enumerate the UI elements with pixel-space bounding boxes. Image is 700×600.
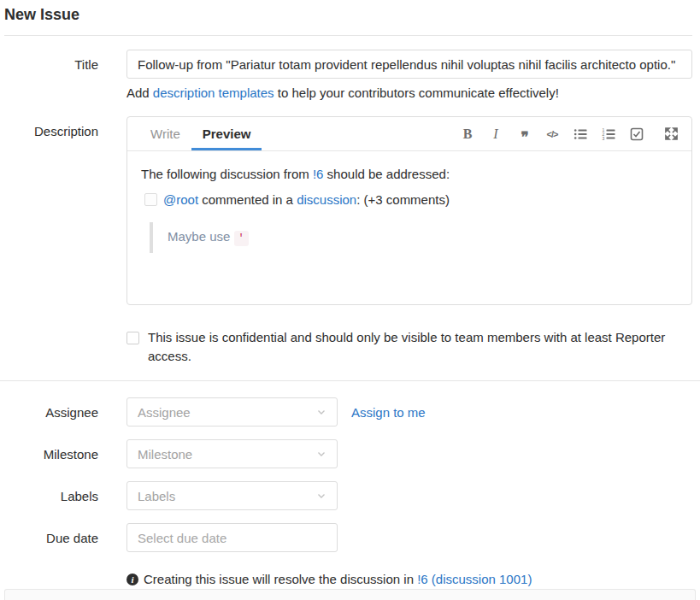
markdown-editor-header: Write Preview B I ❞ </> 123: [127, 117, 691, 151]
help-post: to help your contributors communicate ef…: [274, 85, 559, 100]
resolve-discussion-link[interactable]: !6 (discussion 1001): [417, 572, 532, 586]
markdown-preview-pane: The following discussion from !6 should …: [127, 151, 691, 253]
confidential-checkbox[interactable]: [126, 332, 139, 344]
chevron-down-icon: [316, 491, 326, 501]
issue-title-input[interactable]: [126, 50, 692, 79]
numbered-list-icon[interactable]: 123: [601, 126, 616, 142]
header-divider: [4, 35, 692, 36]
assignee-dropdown-value: Assignee: [138, 405, 191, 420]
title-help-text: Add description templates to help your c…: [126, 85, 692, 102]
issue-metadata: Assignee Assignee Assign to me Milestone…: [4, 397, 692, 588]
due-date-row: Due date: [4, 523, 692, 552]
milestone-dropdown-value: Milestone: [138, 447, 192, 462]
info-icon: i: [126, 574, 138, 585]
title-row: Title Add description templates to help …: [4, 50, 692, 102]
due-date-input[interactable]: [126, 523, 338, 552]
footer-bar: [4, 589, 696, 600]
bullet-list-icon[interactable]: [573, 126, 588, 142]
preview-line-1: The following discussion from !6 should …: [141, 165, 678, 184]
task-text: @root commented in a discussion: (+3 com…: [163, 191, 450, 209]
milestone-row: Milestone Milestone: [4, 439, 692, 468]
task-post: : (+3 comments): [356, 192, 450, 207]
labels-label: Labels: [4, 481, 98, 504]
task-mid: commented in a: [198, 192, 297, 207]
merge-request-link[interactable]: !6: [313, 167, 324, 181]
confidential-label[interactable]: This issue is confidential and should on…: [126, 328, 692, 366]
inline-code: ': [234, 231, 249, 246]
confidential-row: This issue is confidential and should on…: [4, 328, 692, 366]
line1-pre: The following discussion from: [141, 167, 313, 181]
chevron-down-icon: [316, 407, 326, 417]
discussion-link[interactable]: discussion: [297, 192, 356, 207]
line1-post: should be addressed:: [323, 167, 450, 181]
labels-row: Labels Labels: [4, 481, 692, 510]
description-label: Description: [4, 116, 98, 139]
editor-tabs: Write Preview: [139, 117, 262, 150]
quoted-discussion: Maybe use ': [150, 222, 678, 253]
tab-preview[interactable]: Preview: [191, 117, 262, 150]
page-title: New Issue: [4, 0, 692, 25]
bold-icon[interactable]: B: [460, 126, 475, 142]
markdown-editor: Write Preview B I ❞ </> 123: [126, 116, 692, 305]
resolve-note-text: Creating this issue will resolve the dis…: [144, 571, 532, 588]
title-label: Title: [4, 50, 98, 73]
description-templates-link[interactable]: description templates: [153, 85, 274, 100]
new-issue-page: New Issue Title Add description template…: [0, 0, 700, 588]
labels-dropdown-value: Labels: [138, 489, 175, 503]
help-pre: Add: [126, 85, 153, 100]
assignee-dropdown[interactable]: Assignee: [126, 397, 338, 426]
description-row: Description Write Preview B I ❞ </>: [4, 116, 692, 305]
resolve-pre: Creating this issue will resolve the dis…: [144, 572, 417, 586]
due-date-label: Due date: [4, 523, 98, 546]
resolve-discussion-note: i Creating this issue will resolve the d…: [126, 571, 692, 588]
section-divider: [0, 380, 700, 381]
task-list-icon[interactable]: [629, 126, 644, 142]
fullscreen-icon[interactable]: [663, 126, 679, 142]
italic-icon[interactable]: I: [488, 126, 503, 142]
confidential-text: This issue is confidential and should on…: [148, 328, 692, 366]
task-list-item: @root commented in a discussion: (+3 com…: [141, 191, 678, 209]
quote-icon[interactable]: ❞: [516, 126, 532, 142]
assign-to-me-link[interactable]: Assign to me: [351, 405, 426, 420]
quote-text: Maybe use: [168, 229, 234, 244]
milestone-label: Milestone: [4, 439, 98, 462]
milestone-dropdown[interactable]: Milestone: [126, 439, 338, 468]
svg-text:3: 3: [603, 136, 605, 141]
code-icon[interactable]: </>: [544, 126, 560, 142]
chevron-down-icon: [316, 449, 326, 459]
user-root-link[interactable]: @root: [163, 192, 198, 207]
task-checkbox[interactable]: [144, 193, 157, 206]
labels-dropdown[interactable]: Labels: [126, 481, 338, 510]
assignee-label: Assignee: [4, 397, 98, 421]
tab-write[interactable]: Write: [139, 117, 191, 150]
markdown-toolbar: B I ❞ </> 123: [460, 117, 679, 150]
assignee-row: Assignee Assignee Assign to me: [4, 397, 692, 426]
